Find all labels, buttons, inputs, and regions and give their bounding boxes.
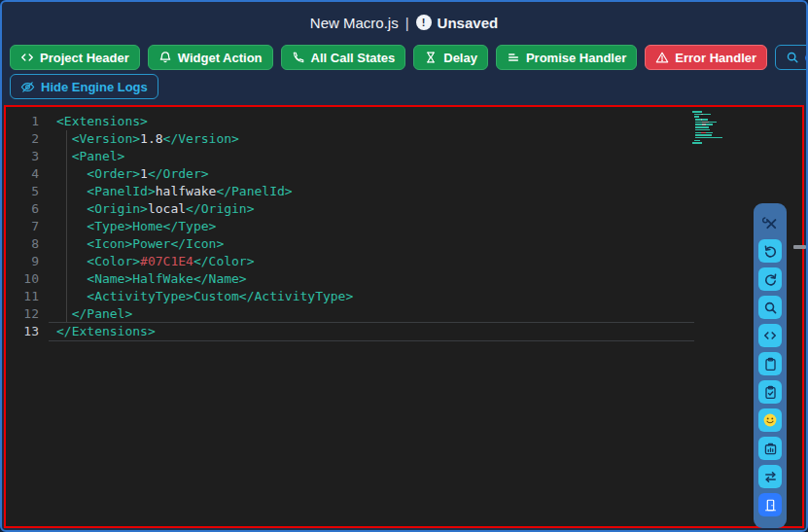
code-line[interactable]: 6<Origin>local</Origin> (6, 200, 802, 218)
line-number: 3 (6, 148, 39, 165)
button-label: Widget Action (178, 51, 263, 65)
copy-button[interactable] (758, 352, 782, 375)
button-label: Project Header (40, 51, 129, 65)
line-number: 1 (6, 113, 39, 130)
button-label: Promise Handler (526, 51, 626, 65)
button-label: Error Handler (675, 51, 756, 65)
smiley-icon (762, 412, 778, 428)
delay-button[interactable]: Delay (413, 45, 488, 70)
unsaved-status: ! Unsaved (416, 15, 499, 31)
minimap[interactable] (692, 111, 731, 145)
line-number: 12 (6, 305, 39, 323)
title-separator: | (405, 15, 409, 31)
line-number: 13 (6, 323, 39, 340)
code-lines: 1<Extensions>2<Version>1.8</Version>3<Pa… (6, 107, 802, 340)
code-line[interactable]: 2<Version>1.8</Version> (6, 130, 802, 148)
undo-button[interactable] (758, 239, 782, 263)
code-icon (763, 329, 777, 342)
warning-icon (655, 51, 669, 64)
exit-button[interactable] (758, 493, 782, 516)
error-handler-button[interactable]: Error Handler (645, 45, 767, 70)
line-number: 6 (6, 200, 39, 218)
code-line[interactable]: 12</Panel> (6, 305, 802, 323)
code-line[interactable]: 5<PanelId>halfwake</PanelId> (6, 183, 802, 200)
redo-button[interactable] (758, 267, 782, 291)
code-line[interactable]: 4<Order>1</Order> (6, 165, 802, 183)
hourglass-icon (424, 51, 438, 64)
project-header-button[interactable]: Project Header (10, 45, 140, 70)
button-label: Delay (443, 51, 477, 65)
button-label: All Call States (311, 51, 396, 65)
search-icon (763, 301, 778, 315)
list-icon (507, 51, 520, 64)
line-number: 10 (6, 270, 39, 288)
code-icon (20, 51, 34, 64)
code-line[interactable]: 11<ActivityType>Custom</ActivityType> (6, 288, 802, 305)
snippet-toolbar: Project Header Widget Action All Call St… (2, 43, 806, 72)
search-button[interactable] (758, 296, 782, 319)
code-line[interactable]: 10<Name>HalfWake</Name> (6, 270, 802, 288)
redo-icon (763, 272, 778, 287)
undo-icon (763, 244, 778, 259)
clipboard-check-icon (763, 385, 778, 400)
door-exit-icon (763, 498, 778, 513)
button-label: Hide Engine Logs (41, 80, 148, 94)
chart-report-icon (763, 442, 778, 456)
promise-handler-button[interactable]: Promise Handler (496, 45, 637, 70)
resize-handle[interactable] (793, 245, 806, 249)
line-number: 8 (6, 235, 39, 253)
phone-icon (292, 51, 305, 64)
code-editor[interactable]: 1<Extensions>2<Version>1.8</Version>3<Pa… (4, 105, 804, 528)
code-line[interactable]: 7<Type>Home</Type> (6, 218, 802, 235)
line-number: 11 (6, 288, 39, 305)
paste-check-button[interactable] (758, 380, 782, 404)
status-text: Unsaved (438, 15, 499, 31)
line-number: 5 (6, 183, 39, 200)
window-title: New Macro.js (310, 15, 399, 31)
code-line[interactable]: 1<Extensions> (6, 113, 802, 130)
command-search-button[interactable]: Command Search (775, 45, 808, 70)
line-number: 4 (6, 165, 39, 183)
clipboard-icon (763, 357, 778, 372)
line-number: 9 (6, 253, 39, 270)
logs-toolbar: Hide Engine Logs (2, 72, 806, 101)
code-line[interactable]: 3<Panel> (6, 148, 802, 165)
bell-icon (158, 51, 172, 64)
hide-engine-logs-button[interactable]: Hide Engine Logs (10, 74, 158, 99)
search-icon (786, 51, 799, 64)
code-snippet-button[interactable] (758, 324, 782, 347)
line-number: 7 (6, 218, 39, 235)
alert-circle-icon: ! (416, 15, 432, 30)
code-line[interactable]: 8<Icon>Power</Icon> (6, 235, 802, 253)
emoji-button[interactable] (758, 408, 782, 432)
code-line[interactable]: 13</Extensions> (6, 323, 802, 340)
tools-icon (758, 211, 782, 234)
line-number: 2 (6, 130, 39, 148)
report-button[interactable] (758, 437, 782, 460)
titlebar: New Macro.js | ! Unsaved (2, 2, 806, 43)
macro-editor-window: New Macro.js | ! Unsaved Project Header … (0, 0, 808, 532)
swap-arrows-icon (763, 470, 778, 484)
swap-button[interactable] (758, 465, 782, 488)
widget-action-button[interactable]: Widget Action (148, 45, 273, 70)
side-toolbar (754, 203, 787, 528)
all-call-states-button[interactable]: All Call States (281, 45, 406, 70)
eye-off-icon (20, 80, 35, 94)
code-line[interactable]: 9<Color>#07C1E4</Color> (6, 253, 802, 270)
